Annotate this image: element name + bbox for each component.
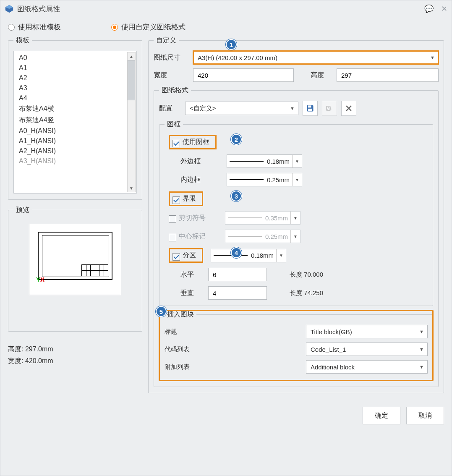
height-input[interactable] (337, 68, 439, 82)
cancel-button[interactable]: 取消 (406, 407, 444, 424)
outer-border-label: 外边框 (169, 157, 202, 166)
insert-block-group: 插入图块 标题 Title block(GB)▼ 代码列表 (159, 310, 433, 381)
width-label: 宽度 (154, 71, 189, 80)
chevron-down-icon: ▼ (419, 347, 424, 352)
svg-text:AB: AB (327, 107, 332, 110)
templates-group: 模板 A0 A1 A2 A3 A4 布莱迪A4横 布莱迪A4竖 A0_H(ANS… (8, 36, 142, 200)
list-item[interactable]: 布莱迪A4竖 (14, 115, 136, 126)
scroll-thumb[interactable] (128, 60, 135, 100)
templates-listbox[interactable]: A0 A1 A2 A3 A4 布莱迪A4横 布莱迪A4竖 A0_H(ANSI) … (13, 51, 137, 194)
vertical-label: 垂直 (169, 289, 202, 298)
additional-list-label: 附加列表 (165, 363, 215, 371)
height-label: 高度 (311, 71, 332, 80)
custom-group: 自定义 1 图纸尺寸 A3(H) (420.00 x 297.00 mm) ▼ … (148, 36, 444, 393)
delete-button[interactable] (341, 101, 356, 116)
svg-rect-3 (308, 105, 311, 107)
trim-checkbox[interactable] (169, 215, 176, 223)
code-list-label: 代码列表 (165, 345, 215, 353)
horizontal-label: 水平 (169, 270, 202, 279)
radio-custom-format[interactable]: 使用自定义图纸格式 (111, 22, 186, 32)
sheet-size-combo[interactable]: A3(H) (420.00 x 297.00 mm) ▼ (193, 51, 439, 64)
vertical-length-label: 长度 74.250 (290, 289, 323, 297)
center-mark-checkbox[interactable] (169, 234, 176, 241)
callout-5: 5 (156, 306, 167, 317)
svg-rect-4 (308, 109, 312, 111)
templates-legend: 模板 (13, 36, 32, 45)
save-button[interactable] (303, 101, 318, 116)
frame-legend: 图框 (165, 120, 183, 129)
additional-list-combo[interactable]: Additional block▼ (306, 360, 428, 374)
chevron-down-icon: ▼ (419, 364, 424, 369)
limit-checkbox[interactable] (172, 196, 180, 204)
chevron-down-icon: ▼ (290, 212, 298, 224)
list-item[interactable]: A2 (14, 73, 136, 83)
use-frame-checkbox[interactable] (172, 140, 180, 147)
sheet-format-group: 图纸格式 配置 <自定义> ▼ AB (154, 86, 439, 387)
list-item[interactable]: A0 (14, 53, 136, 63)
ok-button[interactable]: 确定 (363, 407, 400, 424)
inner-border-label: 内边框 (169, 175, 202, 184)
title-block-label: 标题 (165, 328, 215, 336)
rename-button[interactable]: AB (322, 101, 337, 116)
list-item[interactable]: A1_H(ANSI) (14, 136, 136, 146)
app-icon (5, 4, 14, 13)
preview-height-label: 高度: 297.0mm (8, 343, 142, 355)
preview-width-label: 宽度: 420.0mm (8, 355, 142, 367)
dialog-title: 图纸格式属性 (17, 4, 424, 14)
scrollbar[interactable]: ▲ ▼ (127, 52, 136, 192)
close-icon[interactable]: ✕ (441, 4, 447, 13)
callout-3: 3 (231, 191, 242, 201)
outer-border-combo[interactable]: 0.18mm▼ (227, 154, 302, 168)
custom-legend: 自定义 (154, 36, 179, 45)
zone-checkbox[interactable] (172, 253, 180, 261)
list-item[interactable]: A2_H(ANSI) (14, 146, 136, 156)
center-mark-combo: 0.25mm▼ (225, 230, 300, 243)
list-item[interactable]: A0_H(ANSI) (14, 126, 136, 136)
list-item[interactable]: A3_H(ANSI) (14, 156, 136, 166)
zone-highlight: 分区 (169, 248, 203, 263)
frame-group: 图框 使用图框 2 外边框 (159, 120, 433, 306)
zone-linewidth-combo[interactable]: 0.18mm▼ (211, 249, 286, 262)
scroll-down-icon[interactable]: ▼ (128, 184, 135, 192)
sheet-size-label: 图纸尺寸 (154, 53, 189, 62)
width-input[interactable] (193, 68, 294, 82)
chevron-down-icon: ▼ (292, 155, 299, 167)
preview-group: 预览 YX (8, 206, 142, 332)
list-item[interactable]: 布莱迪A4横 (14, 103, 136, 115)
sheet-format-legend: 图纸格式 (159, 86, 191, 95)
title-block-combo[interactable]: Title block(GB)▼ (306, 325, 428, 338)
limit-highlight: 界限 (169, 191, 203, 206)
chevron-down-icon: ▼ (292, 173, 299, 186)
callout-1: 1 (226, 39, 237, 50)
use-frame-highlight: 使用图框 (169, 135, 217, 149)
config-label: 配置 (159, 104, 181, 113)
insert-block-legend: 插入图块 (165, 310, 196, 319)
scroll-up-icon[interactable]: ▲ (128, 52, 135, 60)
chevron-down-icon: ▼ (276, 249, 283, 262)
preview-legend: 预览 (13, 206, 32, 214)
config-combo[interactable]: <自定义> ▼ (185, 102, 298, 115)
callout-4: 4 (231, 247, 242, 258)
list-item[interactable]: A3 (14, 83, 136, 93)
inner-border-combo[interactable]: 0.25mm▼ (227, 173, 302, 186)
title-bar: 图纸格式属性 💬 ✕ (0, 0, 452, 17)
preview-canvas: YX (29, 224, 121, 295)
trim-combo: 0.35mm▼ (225, 211, 300, 225)
list-item[interactable]: A4 (14, 93, 136, 103)
horizontal-input[interactable] (208, 268, 267, 281)
callout-2: 2 (231, 134, 242, 145)
chevron-down-icon: ▼ (430, 55, 435, 60)
chat-icon[interactable]: 💬 (424, 4, 434, 13)
dialog: 图纸格式属性 💬 ✕ 使用标准模板 使用自定义图纸格式 模板 A0 (0, 0, 452, 476)
code-list-combo[interactable]: Code_List_1▼ (306, 343, 428, 356)
radio-standard-template[interactable]: 使用标准模板 (8, 22, 61, 32)
list-item[interactable]: A1 (14, 63, 136, 73)
chevron-down-icon: ▼ (290, 106, 295, 111)
vertical-input[interactable] (208, 286, 267, 300)
preview-dimensions: 高度: 297.0mm 宽度: 420.0mm (8, 343, 142, 367)
chevron-down-icon: ▼ (419, 329, 424, 334)
chevron-down-icon: ▼ (290, 230, 298, 243)
horizontal-length-label: 长度 70.000 (290, 271, 323, 279)
